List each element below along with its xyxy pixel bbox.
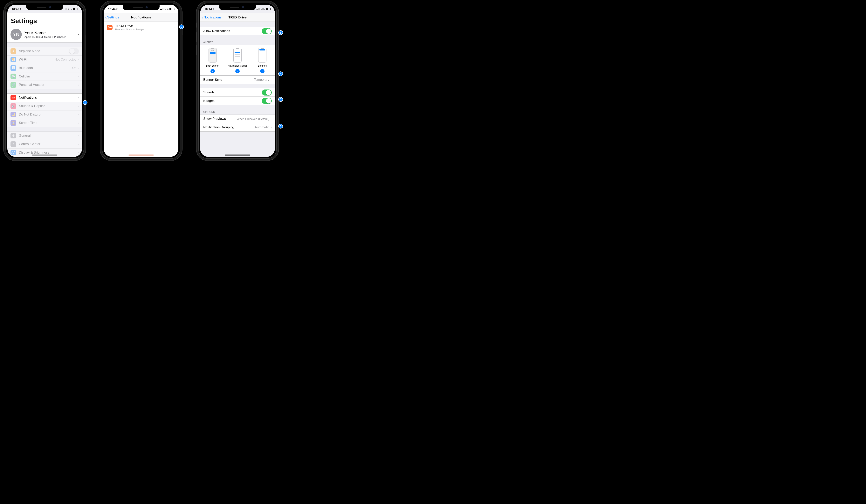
alert-option-banners[interactable]: Banners ✓ xyxy=(250,48,275,73)
row-label: Personal Hotspot xyxy=(19,83,78,87)
mute-switch xyxy=(3,23,4,27)
sounds-haptics-icon: 🔊 xyxy=(11,103,16,109)
sounds-label: Sounds xyxy=(203,91,262,94)
personal-hotspot-icon: 🔗 xyxy=(11,82,16,88)
do-not-disturb-icon: 🌙 xyxy=(11,112,16,117)
banner-style-label: Banner Style xyxy=(203,78,254,82)
network-label: LTE xyxy=(164,8,168,10)
alert-option-notification-center[interactable]: Notification Center ✓ xyxy=(225,48,250,73)
chevron-icon: › xyxy=(78,142,79,146)
notifications-icon: ▭ xyxy=(11,95,16,100)
mute-switch xyxy=(196,23,197,27)
home-indicator[interactable] xyxy=(32,154,57,156)
callout-4: 4 xyxy=(278,71,283,76)
settings-row-do-not-disturb[interactable]: 🌙Do Not Disturb› xyxy=(7,110,82,119)
chevron-icon: › xyxy=(78,112,79,116)
location-icon: ➤ xyxy=(213,8,214,10)
chevron-icon: › xyxy=(78,66,79,70)
cellular-icon: 📡 xyxy=(11,73,16,79)
power-button xyxy=(182,35,182,50)
control-center-icon: 🎚 xyxy=(11,141,16,147)
bluetooth-icon: 🅱 xyxy=(11,65,16,71)
settings-row-wi-fi[interactable]: 📶Wi-FiNot Connected› xyxy=(7,55,82,64)
volume-up xyxy=(100,32,100,42)
settings-row-personal-hotspot[interactable]: 🔗Personal Hotspot› xyxy=(7,81,82,89)
cellular-bars-icon xyxy=(64,8,67,10)
apps-list[interactable]: TRUX Drive Banners, Sounds, Badges › xyxy=(104,22,178,157)
battery-icon xyxy=(169,8,174,10)
settings-row-cellular[interactable]: 📡Cellular› xyxy=(7,72,82,81)
avatar: YN xyxy=(11,29,22,40)
row-label: Screen Time xyxy=(19,121,78,125)
screen-1: 10:45 ➤ LTE Settings YN xyxy=(7,5,82,157)
alert-option-lock-screen[interactable]: Lock Screen ✓ xyxy=(200,48,225,73)
power-button xyxy=(86,35,86,50)
nav-title: Notifications xyxy=(104,15,178,20)
chevron-icon: › xyxy=(78,75,79,78)
settings-row-sounds-haptics[interactable]: 🔊Sounds & Haptics› xyxy=(7,102,82,110)
phone-3: 10:44 ➤ LTE ‹ Notifications TRUX Drive xyxy=(197,1,278,160)
row-label: Cellular xyxy=(19,75,78,78)
chevron-icon: › xyxy=(270,117,272,121)
screen-2: 10:44 ➤ LTE ‹ Settings Notifications xyxy=(104,5,178,157)
row-label: Do Not Disturb xyxy=(19,113,78,116)
settings-scroll[interactable]: Settings YN Your Name Apple ID, iCloud, … xyxy=(7,13,82,157)
settings-row-general[interactable]: ⚙General› xyxy=(7,131,82,140)
chevron-icon: › xyxy=(78,83,79,87)
chevron-icon: › xyxy=(78,150,79,154)
callout-5: 5 xyxy=(278,97,283,102)
general-icon: ⚙ xyxy=(11,133,16,138)
power-button xyxy=(278,35,279,50)
home-indicator[interactable] xyxy=(129,154,154,156)
options-header: OPTIONS xyxy=(200,109,275,115)
wi-fi-icon: 📶 xyxy=(11,57,16,62)
chevron-icon: › xyxy=(78,95,79,100)
show-previews-label: Show Previews xyxy=(203,117,237,121)
toggle-switch[interactable] xyxy=(69,48,79,54)
profile-subtitle: Apple ID, iCloud, Media & Purchases xyxy=(24,35,78,38)
row-label: Control Center xyxy=(19,142,78,146)
home-indicator[interactable] xyxy=(225,154,250,156)
settings-row-airplane-mode[interactable]: ✈Airplane Mode xyxy=(7,47,82,55)
callout-3: 3 xyxy=(278,30,283,35)
notifications-label: Notifications xyxy=(19,96,78,100)
row-value: Not Connected xyxy=(55,58,77,61)
volume-down xyxy=(100,45,100,55)
row-label: General xyxy=(19,134,78,138)
row-label: Wi-Fi xyxy=(19,58,55,61)
allow-notifications-switch[interactable] xyxy=(262,28,272,34)
show-previews-row[interactable]: Show Previews When Unlocked (Default) › xyxy=(200,115,275,123)
volume-up xyxy=(3,32,4,42)
row-label: Display & Brightness xyxy=(19,151,78,154)
phone-2: 10:44 ➤ LTE ‹ Settings Notifications xyxy=(100,1,182,160)
location-icon: ➤ xyxy=(116,8,118,10)
badges-row[interactable]: Badges xyxy=(200,97,275,105)
sounds-switch[interactable] xyxy=(262,90,272,95)
callout-1: 1 xyxy=(83,100,87,105)
allow-notifications-label: Allow Notifications xyxy=(203,29,262,33)
notification-grouping-row[interactable]: Notification Grouping Automatic › xyxy=(200,123,275,131)
row-value: On xyxy=(72,66,77,70)
page-title: Settings xyxy=(7,13,82,26)
chevron-icon: › xyxy=(174,25,175,30)
screen-time-icon: ⌛ xyxy=(11,120,16,126)
badges-switch[interactable] xyxy=(262,98,272,104)
chevron-icon: › xyxy=(78,104,79,108)
sounds-row[interactable]: Sounds xyxy=(200,88,275,97)
settings-row-control-center[interactable]: 🎚Control Center› xyxy=(7,140,82,148)
notification-grouping-label: Notification Grouping xyxy=(203,125,255,129)
battery-icon xyxy=(266,8,270,10)
profile-row[interactable]: YN Your Name Apple ID, iCloud, Media & P… xyxy=(7,26,82,43)
app-trux-drive-row[interactable]: TRUX Drive Banners, Sounds, Badges › xyxy=(104,22,178,33)
chevron-icon: › xyxy=(270,125,272,129)
callout-2: 2 xyxy=(179,24,184,29)
settings-row-screen-time[interactable]: ⌛Screen Time› xyxy=(7,119,82,127)
alerts-selector: Lock Screen ✓ Notification Center ✓ Bann… xyxy=(200,45,275,76)
show-previews-value: When Unlocked (Default) xyxy=(237,117,269,121)
notifications-row[interactable]: ▭ Notifications › xyxy=(7,93,82,102)
banner-style-row[interactable]: Banner Style Temporary › xyxy=(200,76,275,84)
allow-notifications-row[interactable]: Allow Notifications xyxy=(200,27,275,35)
app-notif-settings[interactable]: Allow Notifications ALERTS Lock Screen ✓… xyxy=(200,22,275,157)
settings-row-bluetooth[interactable]: 🅱BluetoothOn› xyxy=(7,64,82,72)
notch xyxy=(26,5,63,10)
